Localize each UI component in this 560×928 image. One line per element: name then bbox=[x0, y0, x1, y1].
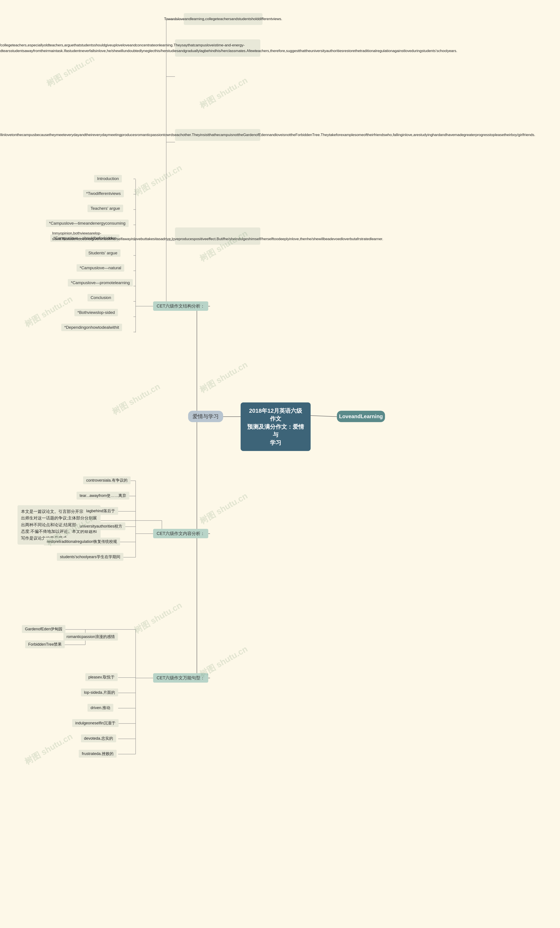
struct-campus-time: *Campuslove—timeandenergyconsuming bbox=[46, 220, 129, 227]
struct-two-views: *Twodifferentviews bbox=[83, 190, 124, 197]
vocab-lopsided: lop-sideda.片面的 bbox=[81, 688, 118, 696]
central-node: 2018年12月英语六级作文 预测及满分作文：爱情与 学习 bbox=[241, 403, 311, 451]
central-title: 2018年12月英语六级作文 预测及满分作文：爱情与 学习 bbox=[247, 407, 304, 447]
love-and-learning-label: LoveandLearning bbox=[339, 414, 383, 420]
vocab-driven: driven.推动 bbox=[87, 704, 113, 712]
struct-campus-promote: *Campuslove—promotelearning bbox=[68, 279, 133, 287]
watermark-7: 树图 shutu.cn bbox=[23, 731, 75, 768]
watermark-1: 树图 shutu.cn bbox=[44, 53, 97, 90]
text-node-2: Themajorityofcollegeteachers,especiallyo… bbox=[175, 40, 260, 56]
vocab-controversial: controversiala.有争议的 bbox=[83, 476, 131, 484]
mind-map: 树图 shutu.cn 树图 shutu.cn 树图 shutu.cn 树图 s… bbox=[0, 0, 560, 928]
vocab-schoolyears: students'schoolyears学生在学期间 bbox=[57, 553, 124, 561]
text-node-3: Onthecontrary,studentsholdthatitisnatura… bbox=[175, 129, 260, 141]
section-content: CET六级作文内容分析： bbox=[153, 529, 208, 538]
vocab-romantic-passion: romanticpassion浪漫的感情 bbox=[63, 633, 118, 641]
vocab-restore: restoretraditionalregulation恢复传统校规 bbox=[44, 537, 120, 545]
struct-conclusion: Conclusion bbox=[87, 294, 114, 301]
watermark-10: 树图 shutu.cn bbox=[198, 359, 250, 396]
section-vocab: CET六级作文万能句型： bbox=[153, 673, 208, 682]
watermark-11: 树图 shutu.cn bbox=[198, 490, 250, 527]
vocab-indulge: indulgeoneselfin沉湎于 bbox=[72, 719, 119, 727]
svg-line-0 bbox=[311, 415, 337, 417]
struct-teachers-argue: Teachers' argue bbox=[87, 205, 123, 212]
vocab-please: pleasev.取悦于 bbox=[85, 673, 118, 681]
vocab-devoted: devoteda.忠实的 bbox=[81, 734, 116, 742]
vocab-forbidden-tree: ForbiddenTree禁果 bbox=[25, 640, 65, 648]
watermark-4: 树图 shutu.cn bbox=[110, 381, 162, 418]
struct-campus-natural: *Campuslove—natural bbox=[76, 264, 124, 272]
vocab-tear: tear...awayfrom使……离弃 bbox=[76, 491, 129, 499]
vocab-university: universityauthorities校方 bbox=[76, 522, 125, 530]
love-learning-chinese-node: 爱情与学习 bbox=[188, 411, 223, 422]
text-node-4: Inmyopinion,bothviewsarelop-sided.Ifastu… bbox=[175, 227, 260, 245]
struct-both-views: *Bothviewslop-sided bbox=[74, 309, 118, 316]
vocab-garden-eden: GardenofEden伊甸园 bbox=[22, 625, 66, 633]
love-learning-chinese-label: 爱情与学习 bbox=[192, 413, 219, 420]
love-and-learning-node: LoveandLearning bbox=[337, 411, 385, 422]
section-structure: CET六级作文结构分析： bbox=[153, 301, 208, 311]
vocab-frustrated: frustrateda.挫败的 bbox=[79, 750, 117, 758]
struct-introduction: Introduction bbox=[94, 175, 122, 182]
struct-depending: *Dependingonhowtodealwithit bbox=[61, 324, 122, 331]
watermark-2: 树图 shutu.cn bbox=[132, 162, 184, 199]
watermark-6: 树图 shutu.cn bbox=[132, 600, 184, 636]
connector-lines bbox=[0, 0, 560, 928]
text-node-1: Towardsloveandlearning,collegeteachersan… bbox=[184, 13, 262, 25]
struct-students-argue: Students' argue bbox=[85, 249, 121, 257]
watermark-8: 树图 shutu.cn bbox=[198, 75, 250, 111]
vocab-lagbehind: lagbehind落后于 bbox=[83, 507, 118, 515]
